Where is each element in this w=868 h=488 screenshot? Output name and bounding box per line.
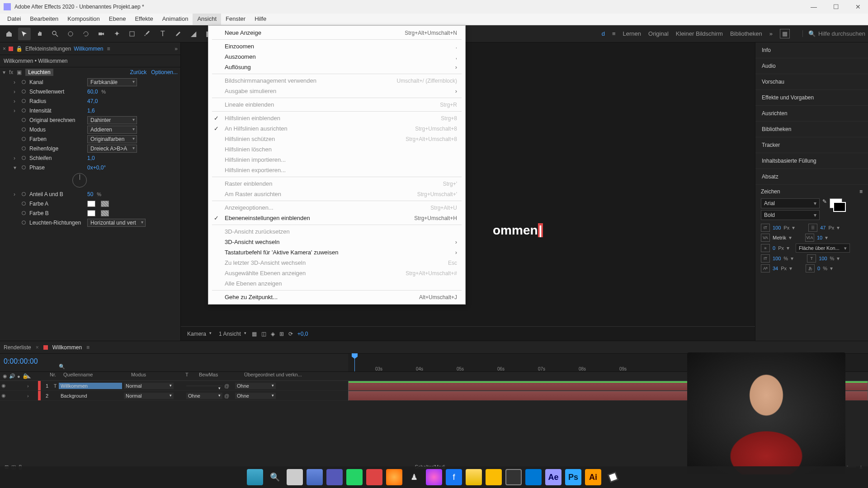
effect-options-link[interactable]: Optionen... — [151, 69, 178, 75]
maximize-button[interactable]: ☐ — [830, 1, 843, 12]
refresh-icon[interactable]: ⟳ — [288, 331, 293, 337]
menuitem-neue-anzeige[interactable]: Neue AnzeigeStrg+Alt+Umschalt+N — [208, 28, 465, 38]
taskbar-app-4[interactable] — [486, 469, 502, 485]
color-b-picker-icon[interactable] — [101, 210, 109, 216]
char-panel-title[interactable]: Zeichen — [761, 188, 780, 195]
prop-kanal-value[interactable]: Farbkanäle — [87, 78, 137, 86]
hscale-value[interactable]: 100 — [819, 256, 827, 261]
workspace-more[interactable]: » — [769, 30, 773, 37]
brush-tool[interactable] — [172, 28, 184, 40]
timeline-layer[interactable]: ◉ › 1 T Willkommen Normal @ Ohne — [0, 381, 348, 391]
tsume-value[interactable]: 0 — [817, 266, 820, 271]
prop-anteil-value[interactable]: 50 — [87, 191, 93, 197]
menu-fenster[interactable]: Fenster — [221, 14, 250, 25]
expand-arrow-icon[interactable]: › — [27, 393, 36, 399]
taskbar-app-2[interactable] — [366, 469, 382, 485]
leading-value[interactable]: 47 — [820, 225, 826, 230]
panel-ausrichten[interactable]: Ausrichten — [755, 106, 868, 122]
stroke-width-value[interactable]: 0 — [773, 245, 775, 251]
panel-vorschau[interactable]: Vorschau — [755, 74, 868, 90]
expand-arrow-icon[interactable]: › — [27, 383, 36, 389]
taskbar-whatsapp[interactable] — [346, 469, 363, 485]
effect-name[interactable]: Leuchten — [25, 69, 53, 76]
viewer-camera-select[interactable]: Kamera — [185, 330, 212, 338]
panel-effekte-und-vorgaben[interactable]: Effekte und Vorgaben — [755, 90, 868, 106]
menu-datei[interactable]: Datei — [3, 14, 25, 25]
close-button[interactable]: ✕ — [852, 1, 864, 12]
eyedropper-icon[interactable]: ✎ — [822, 198, 827, 205]
layer-color-icon[interactable] — [38, 391, 41, 400]
taskbar-obs[interactable] — [505, 469, 522, 485]
baseline-value[interactable]: 34 — [773, 266, 778, 271]
tab-effect-settings[interactable]: Effekteinstellungen — [25, 46, 71, 52]
menu-komposition[interactable]: Komposition — [63, 14, 104, 25]
grid-toggle-icon[interactable]: ▦ — [252, 331, 257, 337]
panel-info[interactable]: Info — [755, 42, 868, 58]
menu-ebene[interactable]: Ebene — [104, 14, 131, 25]
layer-name[interactable]: Willkommen — [59, 383, 122, 389]
rect-tool[interactable] — [126, 28, 138, 40]
shy-toggle-icon[interactable]: ◣ — [27, 373, 31, 379]
comp-tab-menu-icon[interactable]: ≡ — [86, 344, 90, 351]
taskbar-app-5[interactable] — [605, 469, 621, 485]
menu-ansicht[interactable]: Ansicht — [193, 14, 221, 25]
prop-original-value[interactable]: Dahinter — [87, 116, 137, 124]
pen-tool[interactable] — [141, 28, 154, 40]
menuitem-3d-ansicht-wechseln[interactable]: 3D-Ansicht wechseln› — [208, 237, 465, 247]
renderlist-tab[interactable]: Renderliste — [4, 344, 31, 351]
panel-bibliotheken[interactable]: Bibliotheken — [755, 122, 868, 137]
timeline-layer[interactable]: ◉ › 2 Background Normal Ohne @ Ohne — [0, 391, 348, 401]
channel-toggle-icon[interactable]: ◈ — [271, 331, 275, 337]
fx-icon[interactable]: fx — [9, 69, 13, 75]
prop-farben-value[interactable]: Originalfarben — [87, 135, 137, 143]
workspace-libs[interactable]: Bibliotheken — [730, 30, 762, 37]
parent-pickwhip-icon[interactable]: @ — [224, 383, 233, 389]
parent-select[interactable]: Ohne — [235, 383, 276, 389]
menu-bearbeiten[interactable]: Bearbeiten — [25, 14, 63, 25]
menuitem-auszoomen[interactable]: Auszoomen, — [208, 52, 465, 62]
prop-modus-value[interactable]: Addieren — [87, 126, 137, 134]
prop-schwellenwert-value[interactable]: 60,0 — [87, 89, 98, 95]
exposure-value[interactable]: +0,0 — [297, 331, 308, 337]
workspace-icon[interactable]: ≡ — [612, 30, 616, 37]
transparency-toggle-icon[interactable]: ⊞ — [279, 331, 284, 337]
workspace-current[interactable]: d — [602, 30, 605, 37]
panel-inhaltsbasierte-f-llung[interactable]: Inhaltsbasierte Füllung — [755, 153, 868, 169]
tracking-value[interactable]: 10 — [817, 235, 822, 240]
taskbar-firefox[interactable] — [386, 469, 402, 485]
panel-absatz[interactable]: Absatz — [755, 169, 868, 185]
panel-audio[interactable]: Audio — [755, 58, 868, 74]
rotate-tool[interactable] — [80, 28, 92, 40]
taskbar-app-3[interactable]: ♟ — [406, 469, 422, 485]
effect-header[interactable]: ▾ fx ▣ Leuchten Zurück Optionen... — [0, 67, 180, 77]
taskbar-taskview[interactable] — [307, 469, 323, 485]
menuitem-aufl-sung[interactable]: Auflösung› — [208, 62, 465, 72]
home-tool[interactable] — [3, 28, 15, 40]
layer-name[interactable]: Background — [59, 393, 122, 399]
layer-color-icon[interactable] — [38, 381, 41, 390]
font-size-value[interactable]: 100 — [773, 225, 781, 230]
taskbar-facebook[interactable]: f — [446, 469, 462, 485]
camera-tool[interactable] — [95, 28, 108, 40]
prop-schleifen-value[interactable]: 1,0 — [87, 155, 95, 161]
visibility-toggle-icon[interactable]: ◉ — [0, 383, 7, 389]
workspace-learn[interactable]: Lernen — [623, 30, 641, 37]
taskbar-aftereffects[interactable]: Ae — [545, 469, 561, 485]
effect-reset-link[interactable]: Zurück — [130, 69, 147, 75]
solo-toggle-icon[interactable]: ● — [17, 374, 20, 379]
workspace-small[interactable]: Kleiner Bildschirm — [676, 30, 723, 37]
parent-select[interactable]: Ohne — [235, 393, 276, 399]
prop-intensitat-value[interactable]: 1,6 — [87, 108, 95, 114]
anchor-tool[interactable]: ✦ — [110, 28, 123, 40]
taskbar-photoshop[interactable]: Ps — [565, 469, 581, 485]
taskbar-search-icon[interactable]: 🔍 — [267, 469, 283, 485]
prop-phase-value[interactable]: 0x+0,0° — [87, 164, 106, 171]
menuitem-gehe-zu-zeitpunkt-[interactable]: Gehe zu Zeitpunkt...Alt+Umschalt+J — [208, 292, 465, 302]
taskbar-teams[interactable] — [326, 469, 343, 485]
playhead[interactable] — [354, 354, 355, 371]
hand-tool[interactable] — [33, 28, 46, 40]
phase-dial[interactable] — [72, 173, 87, 188]
visibility-toggle-icon[interactable]: ◉ — [0, 393, 7, 399]
text-tool[interactable]: T — [156, 28, 169, 40]
workspace-original[interactable]: Original — [648, 30, 669, 37]
